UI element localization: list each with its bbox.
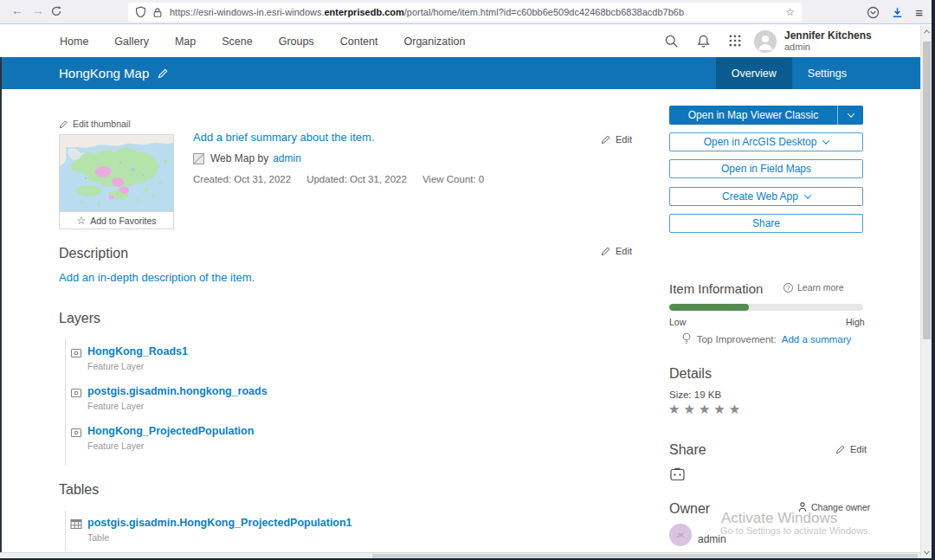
add-summary-link[interactable]: Add a brief summary about the item. [193, 131, 375, 144]
item-owner-link[interactable]: admin [273, 152, 301, 164]
user-menu[interactable]: Jennifer Kitchens admin [754, 29, 872, 53]
desktop-edge-right [932, 0, 935, 560]
desktop-edge-left [0, 57, 2, 552]
item-thumbnail-card: ☆ Add to Favorites [59, 134, 174, 229]
open-map-viewer-classic-button[interactable]: Open in Map Viewer Classic [669, 106, 863, 125]
layers-heading: Layers [59, 311, 100, 326]
item-header: HongKong Map Overview Settings [0, 57, 920, 89]
download-icon[interactable] [891, 6, 904, 19]
item-size: Size: 19 KB [669, 389, 721, 400]
lightbulb-icon [681, 332, 692, 345]
updated-date: Updated: Oct 31, 2022 [306, 174, 407, 184]
vertical-scrollbar-thumb[interactable] [923, 42, 931, 339]
open-field-maps-button[interactable]: Open in Field Maps [669, 159, 863, 178]
edit-thumbnail-label: Edit thumbnail [73, 119, 131, 129]
pencil-icon [601, 134, 611, 145]
pencil-icon [601, 246, 611, 256]
details-heading: Details [669, 366, 712, 382]
tab-overview[interactable]: Overview [716, 57, 792, 89]
app-launcher-grid-icon[interactable] [728, 34, 744, 49]
create-web-app-button[interactable]: Create Web App [669, 187, 863, 206]
layer-link[interactable]: postgis.gisadmin.hongkong_roads [87, 385, 602, 398]
back-icon[interactable]: ← [9, 3, 26, 17]
page-title: HongKong Map [59, 66, 149, 80]
item-rating-stars[interactable]: ★★★★★ [668, 402, 744, 417]
app-window: ← → https://esri-windows-in.esri-windows… [0, 0, 935, 560]
item-thumbnail-map[interactable] [60, 135, 173, 211]
table-row: postgis.gisadmin.HongKong_ProjectedPopul… [87, 517, 602, 544]
pencil-icon [59, 119, 68, 129]
web-map-type-icon [193, 153, 204, 164]
tab-settings[interactable]: Settings [792, 57, 862, 89]
owner-avatar[interactable]: JK [669, 524, 692, 546]
edit-thumbnail-button[interactable]: Edit thumbnail [59, 119, 131, 129]
edit-description-button[interactable]: Edit [601, 246, 632, 256]
primary-nav: Home Gallery Map Scene Groups Content Or… [47, 25, 478, 57]
horizontal-scrollbar[interactable] [0, 552, 920, 558]
layer-type: Feature Layer [87, 361, 602, 372]
question-circle-icon: ? [783, 283, 793, 293]
menu-icon[interactable]: ≡ [915, 5, 923, 20]
chevron-down-icon [804, 191, 811, 198]
add-a-summary-link[interactable]: Add a summary [782, 334, 852, 344]
nav-item-content[interactable]: Content [327, 35, 391, 48]
notifications-bell-icon[interactable] [696, 34, 712, 49]
item-type-label: Web Map by [210, 152, 268, 164]
url-text[interactable]: https://esri-windows-in.esri-windows.ent… [170, 7, 684, 17]
nav-item-organization[interactable]: Organization [391, 35, 479, 48]
activate-windows-watermark-sub: Go to Settings to activate Windows. [720, 525, 871, 536]
chevron-down-icon [822, 137, 829, 144]
edit-share-button[interactable]: Edit [835, 444, 867, 454]
share-heading: Share [669, 442, 706, 458]
item-info-progress-track [669, 304, 863, 311]
table-icon [70, 518, 82, 530]
item-tabs: Overview Settings [716, 57, 862, 89]
lock-icon[interactable] [152, 7, 163, 18]
layer-type: Feature Layer [87, 441, 602, 452]
search-icon[interactable] [664, 34, 680, 49]
owner-heading: Owner [669, 501, 710, 517]
feature-layer-icon [70, 387, 82, 399]
layer-link[interactable]: HongKong_Roads1 [87, 345, 602, 358]
layers-list: HongKong_Roads1 Feature Layer postgis.gi… [65, 339, 602, 465]
table-link[interactable]: postgis.gisadmin.HongKong_ProjectedPopul… [87, 517, 602, 530]
refresh-icon[interactable] [50, 5, 68, 17]
bookmark-star-icon[interactable]: ☆ [785, 6, 795, 18]
layer-link[interactable]: HongKong_ProjectedPopulation [87, 425, 602, 438]
shield-icon[interactable] [135, 6, 146, 18]
share-button[interactable]: Share [669, 214, 863, 233]
open-arcgis-desktop-button[interactable]: Open in ArcGIS Desktop [669, 132, 863, 151]
nav-item-groups[interactable]: Groups [266, 35, 327, 48]
top-improvement-label: Top Improvement: [697, 334, 777, 344]
nav-item-scene[interactable]: Scene [209, 35, 265, 48]
vertical-scrollbar[interactable] [920, 25, 932, 558]
forward-icon[interactable]: → [29, 3, 47, 17]
add-to-favorites-label: Add to Favorites [90, 216, 156, 226]
item-info-progress-fill [669, 304, 749, 311]
user-name: Jennifer Kitchens [784, 29, 872, 42]
edit-title-pencil-icon[interactable] [158, 68, 169, 79]
table-type: Table [87, 532, 602, 544]
layer-row: postgis.gisadmin.hongkong_roads Feature … [87, 385, 602, 412]
view-count: View Count: 0 [422, 174, 484, 184]
activate-windows-watermark: Activate Windows [721, 510, 837, 527]
top-improvement-row: Top Improvement: Add a summary [669, 332, 863, 345]
nav-item-map[interactable]: Map [162, 35, 209, 48]
feature-layer-icon [70, 427, 82, 439]
nav-item-gallery[interactable]: Gallery [101, 35, 162, 48]
tables-heading: Tables [59, 482, 99, 498]
nav-item-home[interactable]: Home [47, 35, 101, 48]
edit-summary-button[interactable]: Edit [601, 134, 632, 145]
add-description-link[interactable]: Add an in-depth description of the item. [59, 271, 255, 284]
layer-type: Feature Layer [87, 401, 602, 412]
user-role: admin [784, 42, 872, 53]
user-avatar [754, 30, 777, 53]
description-heading: Description [59, 246, 128, 261]
item-meta-row: Created: Oct 31, 2022 Updated: Oct 31, 2… [193, 174, 484, 184]
map-viewer-dropdown-toggle[interactable] [837, 106, 863, 125]
url-bar[interactable]: https://esri-windows-in.esri-windows.ent… [128, 3, 802, 22]
learn-more-link[interactable]: ? Learn more [783, 282, 844, 293]
pocket-icon[interactable] [867, 6, 880, 19]
star-outline-icon: ☆ [76, 215, 86, 227]
add-to-favorites-button[interactable]: ☆ Add to Favorites [60, 211, 173, 229]
